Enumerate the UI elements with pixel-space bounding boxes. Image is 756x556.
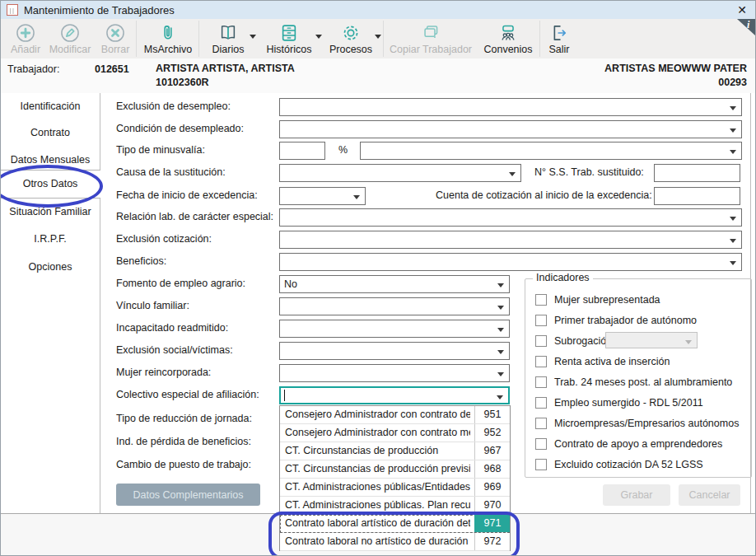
relacion-laboral-select[interactable] <box>279 208 742 227</box>
save-button[interactable]: Grabar <box>603 484 670 506</box>
historicos-button[interactable]: Históricos <box>261 21 317 55</box>
toolbar-separator <box>198 21 199 57</box>
checkbox-icon[interactable] <box>535 397 547 409</box>
title-bar: Mantenimiento de Trabajadores ✕ <box>1 1 755 19</box>
chevron-down-icon <box>730 128 736 133</box>
sidebar-divider <box>100 93 100 513</box>
sidebar-item-opciones[interactable]: Opciones <box>1 261 100 273</box>
field-label: Ind. de pérdida de beneficios: <box>116 436 251 447</box>
checkbox-label: Empleo sumergido - RDL 5/2011 <box>554 397 703 409</box>
exclusion-social-select[interactable] <box>279 342 510 360</box>
sidebar-item-otros-datos[interactable]: Otros Datos <box>1 178 100 189</box>
info-corner-badge[interactable]: i <box>737 19 755 35</box>
checkbox-row: Trab. 24 meses post. al alumbramiento <box>535 376 732 388</box>
chevron-down-icon[interactable] <box>250 35 256 39</box>
exit-button[interactable]: Salir <box>543 21 576 55</box>
checkbox-icon[interactable] <box>535 418 547 429</box>
msarchivo-button[interactable]: MsArchivo <box>139 21 197 55</box>
chevron-down-icon <box>730 217 736 221</box>
colectivo-dropdown-list: Consejero Administrador con contrato de … <box>279 405 511 551</box>
chevron-down-icon <box>497 283 504 287</box>
checkbox-icon[interactable] <box>535 294 547 306</box>
add-button[interactable]: Añadir <box>4 21 47 55</box>
sidebar-item-contrato[interactable]: Contrato <box>1 127 100 138</box>
field-label: Exclusión cotización: <box>116 233 212 245</box>
field-label: Mujer reincorporada: <box>116 367 211 378</box>
dropdown-option[interactable]: CT. Circunstancias de producción967 <box>280 442 510 460</box>
minusvalia-input[interactable] <box>279 142 325 160</box>
field-label: Vínculo familiar: <box>116 300 189 311</box>
checkbox-icon[interactable] <box>535 335 547 347</box>
field-label: Colectivo especial de afiliación: <box>116 389 259 400</box>
condicion-desempleado-select[interactable] <box>279 120 742 138</box>
ss-trab-sustituido-input[interactable] <box>654 164 740 182</box>
copy-worker-button[interactable]: Copiar Trabajador <box>388 21 474 55</box>
colectivo-afiliacion-select[interactable] <box>279 386 510 404</box>
chevron-down-icon[interactable] <box>315 35 322 39</box>
modify-button[interactable]: Modificar <box>44 21 96 55</box>
causa-sustitucion-select[interactable] <box>279 164 521 182</box>
toolbar-label: Copiar Trabajador <box>390 44 472 55</box>
dropdown-option[interactable]: CT. Administraciones públicas. Plan recu… <box>280 497 510 515</box>
cuenta-cotizacion-input[interactable] <box>654 187 740 205</box>
worker-label: Trabajador: <box>7 63 59 75</box>
exclusion-cotizacion-select[interactable] <box>279 231 742 249</box>
checkbox-row: Microempresas/Empresarios autónomos <box>535 418 739 429</box>
diarios-button[interactable]: Diarios <box>205 21 251 55</box>
minusvalia-select[interactable] <box>360 142 742 160</box>
toolbar-label: Históricos <box>267 44 312 55</box>
field-label: Tipo de minusvalía: <box>116 144 205 156</box>
field-label: Tipo de reducción de jornada: <box>116 413 252 424</box>
checkbox-label: Trab. 24 meses post. al alumbramiento <box>554 376 732 388</box>
fecha-excedencia-select[interactable] <box>279 187 366 205</box>
field-label: Relación lab. de carácter especial: <box>116 211 273 222</box>
chevron-down-icon[interactable] <box>375 35 381 39</box>
dropdown-option[interactable]: Consejero Administrador con contrato me9… <box>280 424 510 442</box>
vinculo-familiar-select[interactable] <box>279 297 510 315</box>
delete-button[interactable]: Borrar <box>96 21 134 55</box>
sidebar-item-datos-mensuales[interactable]: Datos Mensuales <box>1 154 100 166</box>
sidebar-item-irpf[interactable]: I.R.P.F. <box>1 233 100 245</box>
copy-cards-icon <box>420 21 441 44</box>
worker-maintenance-window: Mantenimiento de Trabajadores ✕ Añadir M… <box>0 0 756 556</box>
beneficios-select[interactable] <box>279 253 742 271</box>
field-label: Causa de la sustitución: <box>116 166 226 178</box>
sidebar-item-identificacion[interactable]: Identificación <box>1 100 100 112</box>
dropdown-option[interactable]: CT. Administraciones públicas/Entidades … <box>280 479 510 497</box>
mujer-reincorporada-select[interactable] <box>279 364 510 382</box>
toolbar-label: Borrar <box>101 44 130 55</box>
checkbox-icon[interactable] <box>535 356 547 367</box>
chevron-down-icon <box>730 150 736 154</box>
percent-label: % <box>338 144 348 156</box>
dropdown-option[interactable]: CT. Circunstancias de producción previsi… <box>280 460 510 479</box>
procesos-button[interactable]: Procesos <box>325 21 376 55</box>
checkbox-label: Microempresas/Empresarios autónomos <box>554 418 739 429</box>
incapacitado-readmitido-select[interactable] <box>279 320 510 338</box>
close-icon[interactable]: ✕ <box>735 3 749 16</box>
field-label: N° S.S. Trab. sustituido: <box>534 166 644 178</box>
datos-complementarios-button[interactable]: Datos Complementarios <box>116 484 260 506</box>
dropdown-option[interactable]: Consejero Administrador con contrato de … <box>280 406 510 424</box>
checkbox-icon[interactable] <box>535 438 547 450</box>
chevron-down-icon <box>497 328 504 332</box>
dropdown-option-selected[interactable]: Contrato laboral artístico de duración d… <box>280 515 510 533</box>
text-cursor <box>284 390 285 401</box>
exclusion-desempleo-select[interactable] <box>279 98 742 116</box>
convenios-button[interactable]: Convenios <box>480 21 536 55</box>
chevron-down-icon <box>497 350 504 354</box>
subrogacion-select[interactable] <box>605 332 698 348</box>
company-code: 00293 <box>718 77 747 88</box>
worker-code: 012651 <box>95 63 129 75</box>
checkbox-row: Subrogación <box>535 335 612 347</box>
open-book-icon <box>217 21 240 44</box>
checkbox-icon[interactable] <box>535 315 547 326</box>
fomento-agrario-select[interactable]: No <box>279 275 510 293</box>
sidebar-item-situacion-familiar[interactable]: Situación Familiar <box>1 206 100 217</box>
app-logo-icon <box>7 4 18 16</box>
cancel-button[interactable]: Cancelar <box>679 484 740 506</box>
checkbox-icon[interactable] <box>535 459 547 470</box>
dropdown-option[interactable]: Contrato laboral no artístico de duració… <box>280 533 510 551</box>
checkbox-icon[interactable] <box>535 376 547 388</box>
chevron-down-icon <box>497 372 504 376</box>
checkbox-row: Contrato de apoyo a emprendedores <box>535 438 722 450</box>
